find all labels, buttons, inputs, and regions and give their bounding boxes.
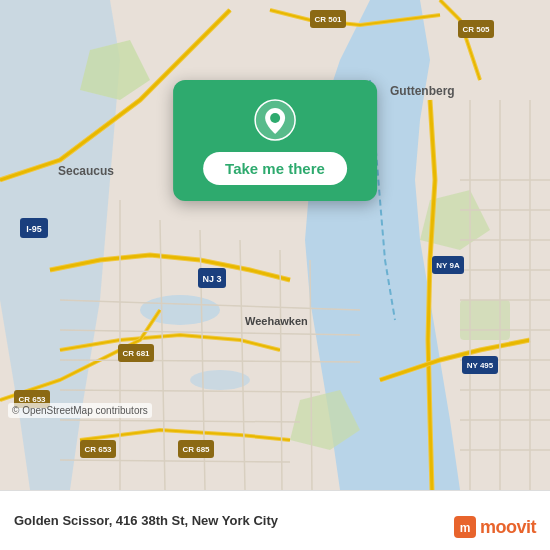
svg-text:CR 653: CR 653: [84, 445, 112, 454]
svg-text:m: m: [460, 521, 471, 535]
svg-text:CR 685: CR 685: [182, 445, 210, 454]
moovit-text: moovit: [480, 517, 536, 538]
svg-point-53: [270, 113, 280, 123]
svg-text:Secaucus: Secaucus: [58, 164, 114, 178]
bottom-bar: Golden Scissor, 416 38th St, New York Ci…: [0, 490, 550, 550]
map-pin-icon: [253, 98, 297, 142]
svg-point-2: [190, 370, 250, 390]
svg-text:CR 681: CR 681: [122, 349, 150, 358]
svg-text:NJ 3: NJ 3: [202, 274, 221, 284]
take-me-there-button[interactable]: Take me there: [203, 152, 347, 185]
svg-rect-3: [460, 300, 510, 340]
location-card: Take me there: [173, 80, 377, 201]
svg-text:NY 495: NY 495: [467, 361, 494, 370]
svg-text:CR 505: CR 505: [462, 25, 490, 34]
svg-text:I-95: I-95: [26, 224, 42, 234]
map-container: I-95 NJ 3 CR 681 CR 653 CR 653 CR 685 CR…: [0, 0, 550, 490]
moovit-logo: m moovit: [454, 516, 536, 538]
svg-text:NY 9A: NY 9A: [436, 261, 460, 270]
svg-text:CR 501: CR 501: [314, 15, 342, 24]
svg-text:Guttenberg: Guttenberg: [390, 84, 455, 98]
moovit-icon: m: [454, 516, 476, 538]
svg-text:Weehawken: Weehawken: [245, 315, 308, 327]
place-name: Golden Scissor, 416 38th St, New York Ci…: [14, 513, 278, 528]
copyright-notice: © OpenStreetMap contributors: [8, 403, 152, 418]
